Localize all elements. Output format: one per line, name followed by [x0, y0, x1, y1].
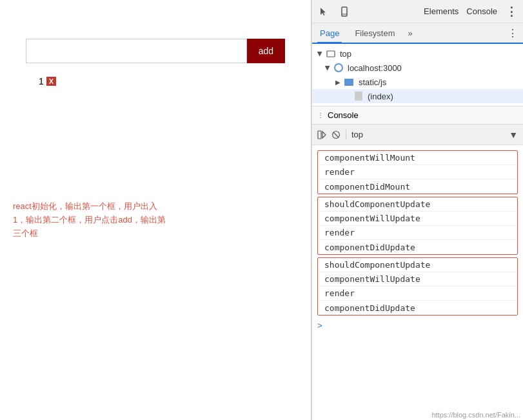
log-entry: componentWillMount — [318, 151, 517, 165]
description-text: react初始化，输出第一个框，用户出入1，输出第二个框，用户点击add，输出第… — [13, 200, 168, 240]
log-entry: render — [318, 165, 517, 179]
arrow-localhost: ▶ — [324, 65, 331, 70]
log-entry: render — [318, 226, 517, 240]
svg-rect-0 — [342, 7, 347, 16]
tree-item-static-js[interactable]: ▶ static/js — [312, 75, 523, 89]
devtools-tab-bar: Page Filesystem » ⋮ — [312, 23, 523, 44]
left-panel: add 1 X react初始化，输出第一个框，用户出入1，输出第二个框，用户点… — [0, 0, 311, 420]
console-tab-top[interactable]: Console — [466, 6, 497, 16]
add-button[interactable]: add — [247, 39, 285, 63]
input-area: add — [26, 39, 285, 63]
mobile-icon[interactable] — [338, 5, 351, 18]
log-entry: componentDidMount — [318, 179, 517, 194]
log-entry: componentDidUpdate — [318, 301, 517, 315]
log-area: componentWillMount render componentDidMo… — [312, 145, 523, 420]
cursor-icon[interactable] — [317, 5, 330, 18]
console-bar-block-icon[interactable] — [331, 130, 340, 139]
console-context-select[interactable]: top — [351, 130, 363, 139]
console-prompt[interactable]: > — [312, 318, 523, 333]
svg-rect-3 — [318, 131, 321, 139]
tree-label-top: top — [340, 49, 351, 59]
log-entry: componentWillUpdate — [318, 272, 517, 286]
list-item: 1 X — [39, 76, 285, 86]
tree-label-index: (index) — [368, 92, 393, 101]
log-entry: render — [318, 286, 517, 301]
delete-button[interactable]: X — [46, 77, 56, 86]
arrow-static: ▶ — [335, 79, 340, 86]
item-input[interactable] — [26, 39, 247, 63]
tab-filesystem[interactable]: Filesystem — [352, 25, 397, 42]
devtools-panel: Elements Console ⋮ Page Filesystem » ⋮ ▶… — [311, 0, 523, 420]
tree-item-index[interactable]: (index) — [312, 89, 523, 103]
more-tabs[interactable]: » — [408, 28, 413, 38]
log-entry: componentDidUpdate — [318, 240, 517, 254]
tree-label-localhost: localhost:3000 — [348, 63, 402, 73]
log-group-3: shouldComponentUpdate componentWillUpdat… — [317, 257, 518, 315]
tree-label-static-js: static/js — [359, 77, 386, 87]
log-group-1: componentWillMount render componentDidMo… — [317, 150, 518, 194]
log-group-2: shouldComponentUpdate componentWillUpdat… — [317, 197, 518, 255]
console-section[interactable]: ⋮ Console — [312, 106, 523, 125]
tree-item-localhost[interactable]: ▶ localhost:3000 — [312, 61, 523, 75]
list-area: 1 X — [26, 76, 285, 86]
console-expand-icon: ⋮ — [317, 112, 324, 119]
log-entry: shouldComponentUpdate — [318, 258, 517, 272]
devtools-topbar: Elements Console ⋮ — [312, 0, 523, 23]
arrow-top: ▶ — [317, 51, 324, 56]
tab-options-icon[interactable]: ⋮ — [508, 27, 518, 39]
svg-line-5 — [333, 132, 339, 137]
more-options-icon[interactable]: ⋮ — [505, 5, 518, 18]
globe-icon — [334, 63, 343, 72]
console-section-label: Console — [328, 110, 359, 120]
log-entry: shouldComponentUpdate — [318, 197, 517, 212]
log-entry: componentWillUpdate — [318, 212, 517, 226]
watermark: https://blog.csdn.net/Fakin... — [431, 411, 520, 419]
console-bar-run-icon[interactable] — [317, 130, 326, 139]
tree-item-top[interactable]: ▶ top — [312, 46, 523, 61]
elements-tab-top[interactable]: Elements — [424, 6, 459, 16]
console-bar: top ▼ — [312, 125, 523, 145]
tab-page[interactable]: Page — [317, 25, 342, 43]
file-tree: ▶ top ▶ localhost:3000 ▶ static/js (inde… — [312, 44, 523, 106]
console-context-dropdown[interactable]: ▼ — [509, 130, 518, 140]
svg-rect-2 — [327, 51, 335, 57]
item-number: 1 — [39, 76, 44, 86]
